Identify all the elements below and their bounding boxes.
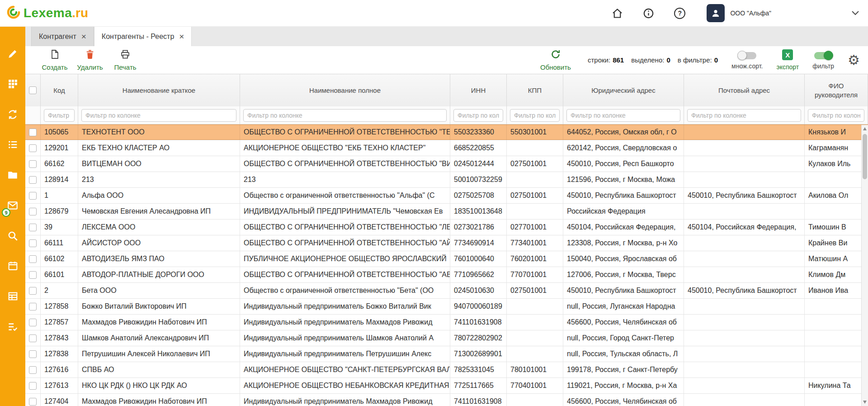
table-row[interactable]: 1 Альфа ООО Общество с ограниченной отве…: [25, 188, 868, 204]
chevron-down-icon[interactable]: [851, 10, 860, 18]
pencil-icon[interactable]: [0, 48, 25, 60]
multisort-toggle[interactable]: множ.сорт.: [731, 50, 763, 70]
table-row[interactable]: 66102 АВТОДИЗЕЛЬ ЯМЗ ПАО ПУБЛИЧНОЕ АКЦИО…: [25, 251, 868, 267]
list-icon[interactable]: [0, 139, 25, 151]
table-row[interactable]: 127843 Шамков Анатолий Александрович ИП …: [25, 330, 868, 346]
table-edit-icon[interactable]: [0, 290, 25, 302]
cell-inn: 5503233360: [450, 124, 507, 140]
tab-kontragenty-reestr[interactable]: Контрагенты - Реестр ×: [94, 27, 192, 46]
scrollbar-thumb[interactable]: [863, 134, 867, 179]
cell-legal-address: 450104, Российская Федерация,: [563, 220, 684, 235]
col-header-short-name[interactable]: Наименование краткое: [78, 74, 240, 106]
row-checkbox[interactable]: [29, 271, 37, 279]
table-row[interactable]: 105065 ТЕХНОТЕНТ ООО ОБЩЕСТВО С ОГРАНИЧЕ…: [25, 124, 868, 140]
cell-inn: 741101631908: [450, 394, 507, 406]
col-header-legal-address[interactable]: Юридический адрес: [563, 74, 684, 106]
home-icon[interactable]: [611, 7, 623, 19]
refresh-button[interactable]: Обновить: [537, 49, 574, 71]
row-checkbox[interactable]: [29, 144, 37, 152]
toggle-on-icon[interactable]: [814, 52, 832, 59]
row-checkbox[interactable]: [29, 334, 37, 342]
table-row[interactable]: 127613 НКО ЦК РДК () НКО ЦК РДК АО АКЦИО…: [25, 378, 868, 394]
tab-close-icon[interactable]: ×: [81, 32, 86, 41]
row-checkbox[interactable]: [29, 176, 37, 184]
folder-icon[interactable]: [0, 169, 25, 181]
table-row[interactable]: 127616 СПВБ АО АКЦИОНЕРНОЕ ОБЩЕСТВО "САН…: [25, 362, 868, 378]
col-header-code[interactable]: Код: [41, 74, 78, 106]
col-header-postal-address[interactable]: Почтовый адрес: [684, 74, 805, 106]
row-checkbox[interactable]: [29, 160, 37, 168]
table-row[interactable]: 127404 Махмадов Ривожидин Наботович ИП И…: [25, 394, 868, 406]
row-checkbox[interactable]: [29, 208, 37, 215]
table-row[interactable]: 39 ЛЕКСЕМА ООО ОБЩЕСТВО С ОГРАНИЧЕННОЙ О…: [25, 220, 868, 235]
table-row[interactable]: 129201 ЕКБ ТЕХНО КЛАСТЕР АО АКЦИОНЕРНОЕ …: [25, 140, 868, 156]
filter-input-fio[interactable]: [808, 109, 864, 122]
table-row[interactable]: 66101 АВТОДОР-ПЛАТНЫЕ ДОРОГИ ООО ОБЩЕСТВ…: [25, 267, 868, 283]
cell-postal-address: [684, 267, 805, 282]
row-checkbox[interactable]: [29, 224, 37, 231]
row-checkbox[interactable]: [29, 319, 37, 326]
modules-grid-icon[interactable]: [0, 78, 25, 90]
table-row[interactable]: 66162 ВИТЦЕМАН ООО ОБЩЕСТВО С ОГРАНИЧЕНН…: [25, 156, 868, 172]
cell-fio: [805, 346, 868, 362]
checklist-icon[interactable]: [0, 320, 25, 333]
cell-postal-address: [684, 124, 805, 140]
row-checkbox[interactable]: [29, 255, 37, 263]
delete-button[interactable]: Удалить: [72, 49, 108, 71]
col-header-fio[interactable]: ФИО руководителя: [805, 74, 868, 106]
search-icon[interactable]: [0, 229, 25, 242]
filter-toggle[interactable]: фильтр: [812, 50, 834, 70]
table-row[interactable]: 128914 213 213 500100732259 121596, Росс…: [25, 172, 868, 188]
grid-stats: строки:861 выделено:0 в фильтре:0: [588, 56, 718, 64]
col-header-kpp[interactable]: КПП: [507, 74, 563, 106]
gear-icon[interactable]: ⚙: [848, 53, 860, 67]
filter-input-kpp[interactable]: [510, 109, 560, 122]
tab-kontragent[interactable]: Контрагент ×: [31, 27, 94, 46]
vertical-scrollbar[interactable]: [861, 125, 868, 406]
cell-postal-address: [684, 315, 805, 330]
filter-input-postal-address[interactable]: [687, 109, 801, 122]
row-checkbox[interactable]: [29, 129, 37, 136]
toggle-off-icon[interactable]: [738, 52, 756, 59]
row-checkbox[interactable]: [29, 398, 37, 406]
table-row[interactable]: 127838 Петрушишин Алексей Николаевич ИП …: [25, 346, 868, 362]
row-checkbox[interactable]: [29, 350, 37, 358]
table-row[interactable]: 2 Бета ООО Общество с ограниченной ответ…: [25, 283, 868, 299]
filter-input-legal-address[interactable]: [566, 109, 680, 122]
col-header-inn[interactable]: ИНН: [450, 74, 507, 106]
col-header-full-name[interactable]: Наименование полное: [240, 74, 450, 106]
scroll-down-icon[interactable]: [863, 401, 867, 404]
table-row[interactable]: 127858 Божко Виталий Викторович ИП Индив…: [25, 299, 868, 315]
cell-short-name: ТЕХНОТЕНТ ООО: [78, 124, 240, 140]
filter-input-short-name[interactable]: [81, 109, 236, 122]
row-checkbox[interactable]: [29, 192, 37, 200]
calendar-icon[interactable]: [0, 260, 25, 272]
sync-icon[interactable]: [0, 108, 25, 120]
tab-close-icon[interactable]: ×: [179, 32, 184, 41]
filter-input-code[interactable]: [44, 109, 75, 122]
table-row[interactable]: 128679 Чемовская Евгения Алесандровна ИП…: [25, 204, 868, 220]
user-menu[interactable]: ООО "Альфа": [707, 4, 771, 22]
select-all-checkbox[interactable]: [29, 86, 37, 94]
filter-input-inn[interactable]: [453, 109, 503, 122]
filter-input-full-name[interactable]: [243, 109, 447, 122]
lexema-logo[interactable]: Lexema.ru: [6, 5, 88, 21]
cell-postal-address: [684, 204, 805, 219]
create-button[interactable]: Создать: [37, 49, 72, 71]
table-row[interactable]: 66111 АЙСИСТОР ООО ОБЩЕСТВО С ОГРАНИЧЕНН…: [25, 235, 868, 251]
row-checkbox[interactable]: [29, 303, 37, 310]
scroll-up-icon[interactable]: [863, 127, 867, 130]
row-checkbox[interactable]: [29, 366, 37, 374]
print-button[interactable]: Печать: [108, 49, 143, 71]
row-checkbox[interactable]: [29, 239, 37, 247]
table-row[interactable]: 127857 Махмадов Ривожидин Наботович ИП И…: [25, 315, 868, 330]
row-checkbox[interactable]: [29, 287, 37, 295]
cell-full-name: Индивидуальный предприниматель Махмадов …: [240, 394, 450, 406]
help-icon[interactable]: ?: [674, 7, 686, 19]
row-checkbox[interactable]: [29, 382, 37, 390]
cell-legal-address: 121596, Россия, г Москва, Можа: [563, 172, 684, 187]
export-button[interactable]: X экспорт: [777, 49, 799, 71]
info-icon[interactable]: [642, 7, 655, 19]
cell-short-name: Махмадов Ривожидин Наботович ИП: [78, 315, 240, 330]
mail-icon[interactable]: 9: [0, 199, 25, 211]
